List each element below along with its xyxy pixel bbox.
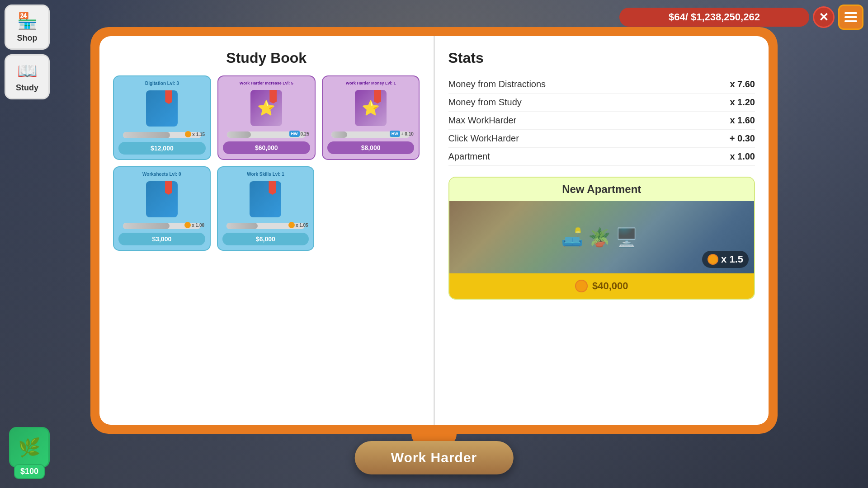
progress-label-1: HW 0.25	[289, 131, 309, 137]
book-outer: Study Book Digitation Lvl: 3	[90, 27, 778, 434]
stat-label-2: Max WorkHarder	[448, 115, 517, 126]
stats-panel: Stats Money from Distractions x 7.60 Mon…	[435, 36, 769, 425]
book-illustration-0	[146, 90, 178, 127]
sidebar: 🏪 Shop 📖 Study	[5, 5, 50, 99]
stat-value-0: x 7.60	[730, 79, 755, 89]
big-currency: $1,238,250,262	[691, 11, 760, 23]
study-panel: Study Book Digitation Lvl: 3	[99, 36, 435, 425]
progress-fill-4	[226, 223, 258, 229]
shop-label: Shop	[17, 33, 38, 43]
close-button[interactable]: ✕	[813, 6, 835, 28]
stat-label-3: Click WorkHarder	[448, 133, 519, 144]
book-card-worksheets[interactable]: Worksheets Lvl: 0 x 1.00 $3,000	[113, 166, 211, 251]
progress-fill-1	[227, 131, 250, 138]
coin-icon-3	[184, 222, 191, 228]
apartment-title: New Apartment	[449, 178, 755, 201]
book-illustration-3	[146, 181, 178, 217]
currency-icon: 🌿	[9, 427, 50, 468]
book-card-title-0: Digitation Lvl: 3	[118, 81, 206, 86]
book-container: Study Book Digitation Lvl: 3	[90, 27, 778, 434]
stat-value-3: + 0.30	[730, 133, 755, 144]
books-grid-bottom: Worksheets Lvl: 0 x 1.00 $3,000	[113, 166, 314, 251]
hw-badge-1: HW	[289, 131, 300, 137]
stat-row-apartment: Apartment x 1.00	[448, 148, 755, 166]
book-card-workskills[interactable]: Work Skills Lvl: 1 x 1.05 $6,000	[217, 166, 315, 251]
apartment-multiplier: x 1.5	[702, 251, 749, 268]
currency-amount: $100	[14, 464, 45, 479]
progress-bar-0: x 1.15	[123, 132, 202, 138]
stat-value-1: x 1.20	[730, 97, 755, 108]
study-icon: 📖	[17, 61, 38, 80]
book-illustration-4	[250, 181, 281, 217]
book-illustration-1: ⭐	[250, 90, 282, 126]
apartment-buy-button[interactable]: $40,000	[449, 273, 755, 299]
book-card-title-2: Work Harder Money Lvl: 1	[327, 81, 415, 85]
study-label: Study	[16, 83, 38, 93]
stat-label-0: Money from Distractions	[448, 79, 546, 89]
bookmark-3	[165, 181, 172, 195]
book-illustration-2: ⭐	[355, 90, 387, 126]
progress-bar-3: x 1.00	[123, 223, 201, 229]
book-card-title-1: Work Harder Increase Lvl: 5	[223, 81, 310, 85]
coin-icon-4	[288, 222, 295, 228]
books-grid-top: Digitation Lvl: 3 x 1.15 $12,000	[113, 75, 420, 160]
book-price-btn-4[interactable]: $6,000	[222, 233, 309, 245]
progress-label-3: x 1.00	[184, 222, 204, 228]
stat-label-1: Money from Study	[448, 97, 522, 108]
stat-row-clickworkharder: Click WorkHarder + 0.30	[448, 130, 755, 148]
stat-row-maxworkharder: Max WorkHarder x 1.60	[448, 112, 755, 130]
progress-fill-0	[123, 132, 170, 138]
coin-gold-icon	[708, 254, 718, 265]
bookmark-1	[269, 90, 277, 103]
book-card-title-3: Worksheets Lvl: 0	[118, 172, 205, 177]
progress-bar-2: HW + 0.10	[331, 131, 410, 138]
apartment-image: x 1.5	[449, 201, 755, 273]
apartment-card[interactable]: New Apartment x 1.5 $40,000	[448, 177, 755, 300]
stat-row-study: Money from Study x 1.20	[448, 94, 755, 112]
currency-display: $64/ $1,238,250,262	[619, 8, 809, 27]
small-currency: $64/	[669, 11, 688, 23]
book-card-workharder-money[interactable]: Work Harder Money Lvl: 1 ⭐ HW + 0.10	[322, 75, 420, 160]
progress-label-2: HW + 0.10	[390, 131, 414, 137]
price-coin-icon	[575, 280, 588, 292]
apartment-price: $40,000	[592, 280, 628, 292]
stats-title: Stats	[448, 50, 755, 66]
hw-badge-2: HW	[390, 131, 400, 137]
stat-value-2: x 1.60	[730, 115, 755, 126]
stat-label-4: Apartment	[448, 151, 490, 162]
sidebar-item-shop[interactable]: 🏪 Shop	[5, 5, 50, 50]
top-bar: $64/ $1,238,250,262 ✕	[619, 5, 863, 30]
book-card-digitation[interactable]: Digitation Lvl: 3 x 1.15 $12,000	[113, 75, 211, 160]
progress-fill-3	[123, 223, 170, 229]
stat-value-4: x 1.00	[730, 151, 755, 162]
sidebar-item-study[interactable]: 📖 Study	[5, 54, 50, 99]
book-price-btn-1[interactable]: $60,000	[223, 141, 310, 154]
bookmark-0	[165, 90, 172, 104]
shop-icon: 🏪	[17, 12, 38, 31]
progress-label-0: x 1.15	[185, 131, 205, 137]
bookmark-4	[269, 181, 276, 195]
book-card-title-4: Work Skills Lvl: 1	[222, 172, 309, 177]
book-price-btn-3[interactable]: $3,000	[118, 233, 205, 245]
book-card-workharder-increase[interactable]: Work Harder Increase Lvl: 5 ⭐ HW 0.25	[217, 75, 316, 160]
progress-bar-1: HW 0.25	[227, 131, 306, 138]
book-inner: Study Book Digitation Lvl: 3	[99, 36, 769, 425]
progress-bar-4: x 1.05	[226, 223, 304, 229]
bottom-currency: 🌿 $100	[9, 427, 50, 479]
bookmark-2	[374, 90, 381, 103]
work-harder-button[interactable]: Work Harder	[355, 441, 514, 474]
menu-button[interactable]	[838, 5, 863, 30]
progress-label-4: x 1.05	[288, 222, 308, 228]
study-book-title: Study Book	[113, 50, 420, 66]
book-price-btn-0[interactable]: $12,000	[118, 142, 206, 155]
book-price-btn-2[interactable]: $8,000	[327, 141, 415, 154]
coin-icon-0	[185, 131, 191, 137]
progress-fill-2	[331, 131, 347, 138]
stat-row-distractions: Money from Distractions x 7.60	[448, 75, 755, 94]
